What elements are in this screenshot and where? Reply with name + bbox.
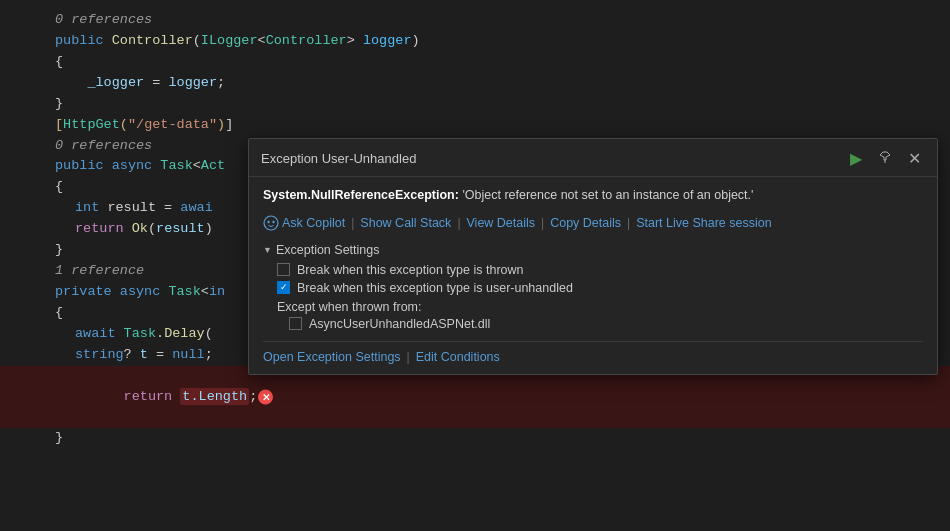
copilot-icon xyxy=(263,215,279,231)
popup-header: Exception User-Unhandled ▶ ✕ xyxy=(249,139,937,177)
popup-body: System.NullReferenceException: 'Object r… xyxy=(249,177,937,374)
svg-point-3 xyxy=(272,220,274,222)
checkbox-thrown-label: Break when this exception type is thrown xyxy=(297,263,524,277)
exception-message: System.NullReferenceException: 'Object r… xyxy=(263,187,923,205)
close-button[interactable]: ✕ xyxy=(904,147,925,170)
code-line-4: _logger = logger; xyxy=(0,73,950,94)
exception-type: System.NullReferenceException: xyxy=(263,188,459,202)
checkbox-unhandled[interactable]: ✓ Break when this exception type is user… xyxy=(263,281,923,295)
settings-header[interactable]: ▼ Exception Settings xyxy=(263,243,923,257)
popup-bottom-links: Open Exception Settings | Edit Condition… xyxy=(263,341,923,364)
error-icon: ✕ xyxy=(258,390,273,405)
checkbox-unhandled-box[interactable]: ✓ xyxy=(277,281,290,294)
settings-header-label: Exception Settings xyxy=(276,243,380,257)
code-line-1: 0 references xyxy=(0,10,950,31)
dll-checkbox-box[interactable] xyxy=(289,317,302,330)
checkbox-unhandled-label: Break when this exception type is user-u… xyxy=(297,281,573,295)
code-line-22: } xyxy=(0,428,950,449)
dll-label: AsyncUserUnhandledASPNet.dll xyxy=(309,317,490,331)
view-details-link[interactable]: View Details xyxy=(467,216,536,230)
exception-detail: 'Object reference not set to an instance… xyxy=(462,188,753,202)
svg-point-2 xyxy=(267,220,269,222)
dll-checkbox-row[interactable]: AsyncUserUnhandledASPNet.dll xyxy=(263,317,923,331)
popup-title: Exception User-Unhandled xyxy=(261,151,416,166)
triangle-icon: ▼ xyxy=(263,245,272,255)
ask-copilot-link[interactable]: Ask Copilot xyxy=(282,216,345,230)
svg-point-1 xyxy=(264,216,278,230)
open-exception-settings-link[interactable]: Open Exception Settings xyxy=(263,350,401,364)
exception-popup: Exception User-Unhandled ▶ ✕ System.Null… xyxy=(248,138,938,375)
edit-conditions-link[interactable]: Edit Conditions xyxy=(416,350,500,364)
except-when-label: Except when thrown from: xyxy=(263,300,923,314)
code-line-2: public Controller(ILogger<Controller> lo… xyxy=(0,31,950,52)
live-share-link[interactable]: Start Live Share session xyxy=(636,216,772,230)
show-call-stack-link[interactable]: Show Call Stack xyxy=(360,216,451,230)
code-line-21: return t.Length; ✕ xyxy=(0,366,950,429)
code-line-3: { xyxy=(0,52,950,73)
code-line-7: [HttpGet("/get-data")] xyxy=(0,115,950,136)
copy-details-link[interactable]: Copy Details xyxy=(550,216,621,230)
exception-settings: ▼ Exception Settings Break when this exc… xyxy=(263,243,923,331)
popup-links: Ask Copilot | Show Call Stack | View Det… xyxy=(263,215,923,231)
code-line-5: } xyxy=(0,94,950,115)
continue-button[interactable]: ▶ xyxy=(846,147,866,170)
popup-header-actions: ▶ ✕ xyxy=(846,147,925,170)
checkbox-thrown-box[interactable] xyxy=(277,263,290,276)
pin-button[interactable] xyxy=(874,148,896,169)
checkbox-thrown[interactable]: Break when this exception type is thrown xyxy=(263,263,923,277)
checkmark-icon: ✓ xyxy=(280,283,288,292)
